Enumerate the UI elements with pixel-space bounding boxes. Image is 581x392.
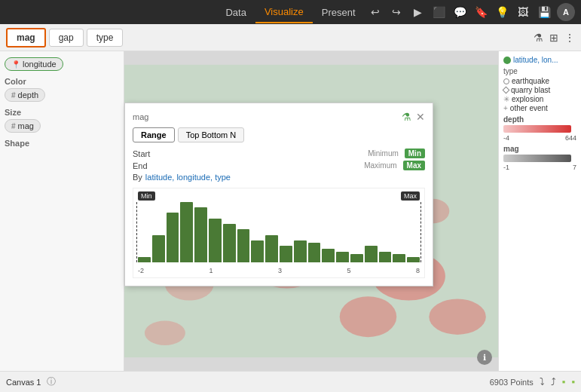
filter-tab-type[interactable]: type bbox=[87, 29, 124, 47]
shape-section-label: Shape bbox=[5, 139, 119, 148]
mag-gradient bbox=[503, 155, 571, 162]
histogram-bar bbox=[407, 257, 420, 262]
histogram-bar bbox=[180, 202, 193, 262]
quarry-blast-shape bbox=[503, 87, 510, 94]
comment-icon[interactable]: 💬 bbox=[451, 4, 468, 20]
points-label: 6903 Points bbox=[490, 378, 534, 387]
present-icon[interactable]: ⬛ bbox=[430, 4, 447, 20]
mag-gradient-labels: -1 7 bbox=[503, 164, 576, 171]
popup-tab-topbottom[interactable]: Top Bottom N bbox=[178, 127, 245, 142]
filter-tabs-row: mag gap type ⚗ ⊞ ⋮ bbox=[0, 24, 581, 51]
histogram-bar bbox=[251, 240, 264, 262]
legend-explosion: ✳ explosion bbox=[503, 95, 576, 103]
legend-quarry-blast: quarry blast bbox=[503, 86, 576, 94]
min-hist-label: Min bbox=[138, 191, 155, 201]
nav-data[interactable]: Data bbox=[216, 2, 255, 23]
histogram-bar bbox=[336, 252, 349, 262]
color-section-label: Color bbox=[5, 77, 119, 86]
filter-popup: mag ⚗ ✕ Range Top Bottom N Start Minimum… bbox=[124, 103, 433, 286]
legend-dot bbox=[503, 57, 511, 64]
by-row: By latitude, longitude, type bbox=[133, 173, 425, 182]
nav-right-icons: ↩ ↪ ▶ ⬛ 💬 🔖 💡 🖼 💾 A bbox=[367, 3, 575, 21]
histogram-bar bbox=[194, 207, 207, 262]
other-event-shape: + bbox=[503, 104, 508, 112]
filter-clear-icon[interactable]: ✕ bbox=[416, 111, 425, 123]
redo-icon[interactable]: ↪ bbox=[388, 4, 405, 20]
main-area: 📍 longitude Color # depth Size # mag Sha… bbox=[0, 51, 581, 371]
filter-popup-header: mag ⚗ ✕ bbox=[133, 111, 425, 123]
start-row: Start Minimum Min bbox=[133, 149, 425, 158]
histogram-bar bbox=[350, 254, 363, 262]
more-icon[interactable]: ⋮ bbox=[564, 32, 575, 44]
hist-line-min bbox=[136, 202, 137, 262]
info-circle-icon[interactable]: ⓘ bbox=[47, 375, 56, 388]
filter-popup-icons: ⚗ ✕ bbox=[402, 111, 425, 123]
hist-axis: -2 1 3 5 8 bbox=[136, 262, 421, 274]
max-hist-label: Max bbox=[401, 191, 420, 201]
histogram-bar bbox=[223, 224, 236, 262]
filter-icon[interactable]: ⚗ bbox=[534, 32, 543, 44]
image-icon[interactable]: 🖼 bbox=[515, 4, 531, 20]
light-icon[interactable]: 💡 bbox=[494, 4, 510, 20]
hist-line-max bbox=[420, 202, 421, 262]
play-icon[interactable]: ▶ bbox=[409, 4, 426, 20]
histogram-bar bbox=[280, 246, 292, 262]
range-section: Start Minimum Min End Maximum Max By lat… bbox=[133, 149, 425, 182]
nav-present[interactable]: Present bbox=[313, 2, 365, 23]
histogram-bar bbox=[379, 252, 392, 262]
status-bar: Canvas 1 ⓘ 6903 Points ⤵ ⤴ ▪ ▪ bbox=[0, 371, 581, 392]
depth-gradient-labels: -4 644 bbox=[503, 134, 576, 142]
bookmark-icon[interactable]: 🔖 bbox=[472, 4, 489, 20]
layout-icon-1[interactable]: ▪ bbox=[562, 376, 566, 387]
layout-icon-2[interactable]: ▪ bbox=[571, 376, 575, 387]
filter-tab-gap[interactable]: gap bbox=[49, 29, 84, 47]
canvas-label: Canvas 1 bbox=[6, 378, 41, 387]
mag-title: mag bbox=[133, 112, 148, 121]
earthquake-shape bbox=[503, 78, 509, 84]
location-icon: 📍 bbox=[11, 60, 20, 69]
svg-point-11 bbox=[145, 321, 185, 345]
explosion-shape: ✳ bbox=[503, 95, 509, 103]
histogram-bar bbox=[138, 257, 151, 262]
undo-icon[interactable]: ↩ bbox=[367, 4, 384, 20]
upload-icon[interactable]: ⤴ bbox=[551, 376, 556, 387]
end-row: End Maximum Max bbox=[133, 161, 425, 170]
histogram-bar bbox=[322, 249, 335, 262]
histogram-bar bbox=[237, 229, 250, 262]
right-panel: latitude, lon... type earthquake quarry … bbox=[498, 51, 581, 371]
histogram-area: Min Max -2 1 3 5 8 bbox=[133, 188, 425, 278]
histogram-bar bbox=[265, 235, 278, 262]
status-bar-right: 6903 Points ⤵ ⤴ ▪ ▪ bbox=[490, 376, 575, 387]
user-avatar[interactable]: A bbox=[557, 3, 575, 21]
legend-type-label: type bbox=[503, 67, 576, 75]
depth-gradient bbox=[503, 125, 571, 133]
legend-field-row: latitude, lon... bbox=[503, 56, 576, 64]
legend-earthquake: earthquake bbox=[503, 77, 576, 85]
nav-visualize[interactable]: Visualize bbox=[255, 2, 313, 23]
filter-funnel-icon[interactable]: ⚗ bbox=[402, 111, 411, 123]
top-nav: Data Visualize Present ↩ ↪ ▶ ⬛ 💬 🔖 💡 🖼 💾… bbox=[0, 0, 581, 24]
size-section-label: Size bbox=[5, 108, 119, 117]
histogram-bar bbox=[365, 246, 378, 262]
size-field[interactable]: # mag bbox=[5, 119, 41, 133]
histogram-bar bbox=[209, 219, 222, 262]
histogram-bar bbox=[152, 235, 165, 262]
hash-icon-2: # bbox=[11, 122, 16, 130]
popup-tab-range[interactable]: Range bbox=[133, 127, 175, 142]
longitude-field[interactable]: 📍 longitude bbox=[5, 57, 63, 71]
legend-field-name[interactable]: latitude, lon... bbox=[513, 56, 558, 64]
save-icon[interactable]: 💾 bbox=[536, 4, 552, 20]
mag-legend-label: mag bbox=[503, 145, 576, 153]
export-icon[interactable]: ⤵ bbox=[540, 376, 545, 387]
hash-icon: # bbox=[11, 91, 16, 100]
by-link[interactable]: latitude, longitude, type bbox=[145, 173, 231, 182]
svg-point-10 bbox=[429, 299, 485, 334]
min-badge: Min bbox=[405, 149, 425, 158]
histogram-bar bbox=[393, 254, 405, 262]
color-field[interactable]: # depth bbox=[5, 88, 45, 102]
max-badge: Max bbox=[403, 161, 425, 170]
histogram-bar bbox=[294, 240, 307, 262]
filter-tab-mag[interactable]: mag bbox=[6, 28, 46, 47]
map-info-button[interactable]: ℹ bbox=[477, 350, 492, 365]
grid-icon[interactable]: ⊞ bbox=[549, 32, 558, 44]
